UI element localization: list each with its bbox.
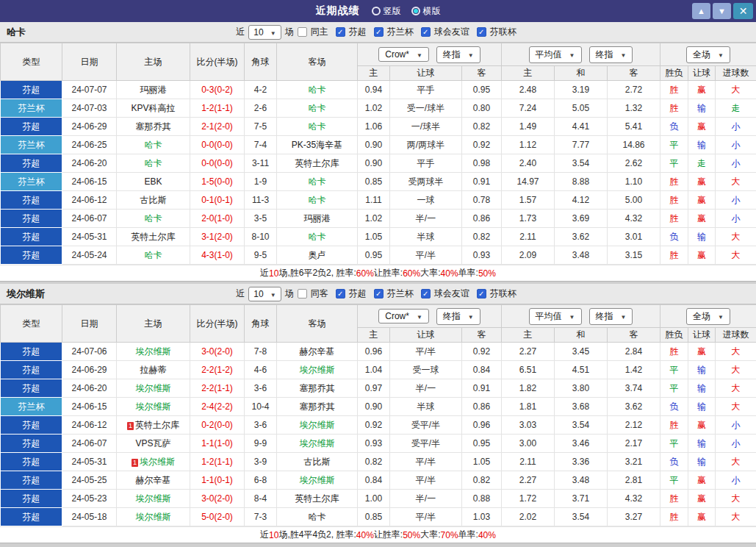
col-euro-draw: 和 (555, 66, 608, 81)
asian-home-odds: 1.06 (358, 118, 390, 136)
home-team: 埃尔维斯 (117, 398, 190, 416)
col-euro-away: 客 (608, 66, 660, 81)
match-date: 24-06-29 (62, 361, 117, 379)
league-badge: 芬超 (1, 81, 62, 99)
home-team-name: 赫尔辛基 (136, 475, 171, 485)
matches-table: 类型 日期 主场 比分(半场) 角球 客场 Crow* 终指 平均值 终指 (0, 304, 756, 526)
asian-home-odds: 0.97 (358, 379, 390, 398)
euro-home-odds: 2.27 (502, 471, 555, 490)
match-row: 芬兰杯24-06-25哈卡0-0(0-0)7-4PK-35海辛基0.90两/两球… (1, 136, 756, 154)
col-result-handicap: 让球 (688, 66, 716, 81)
away-team-name: 哈卡 (309, 103, 326, 113)
euro-away-odds: 4.32 (608, 490, 660, 508)
result-handicap: 输 (688, 453, 716, 471)
euro-draw-odds: 3.48 (555, 246, 608, 265)
result-outcome: 平 (660, 361, 688, 379)
away-team-name: 玛丽港 (304, 213, 331, 224)
euro-odds-header: 平均值 终指 (502, 43, 660, 66)
league-badge: 芬兰杯 (1, 99, 62, 118)
league-filter-checkbox-2[interactable] (421, 27, 431, 37)
match-row: 芬超24-06-07哈卡2-0(1-0)3-5玛丽港1.02半/一0.861.7… (1, 210, 756, 228)
match-score: 2-2(1-2) (190, 361, 245, 379)
league-filter-checkbox-0[interactable] (336, 289, 345, 298)
euro-draw-odds: 3.54 (555, 416, 608, 435)
scroll-up-button[interactable]: ▲ (692, 3, 710, 19)
asian-time-dropdown[interactable]: 终指 (436, 46, 480, 63)
asian-handicap: 平/半 (390, 453, 462, 471)
away-team: 哈卡 (277, 99, 358, 118)
same-side-checkbox[interactable] (298, 289, 307, 298)
layout-option-horizontal[interactable]: 横版 (411, 5, 441, 18)
match-count-select[interactable]: 10 (248, 287, 281, 301)
summary-segment: 40% (441, 268, 458, 279)
same-side-checkbox[interactable] (298, 27, 307, 37)
league-filter-checkbox-1[interactable] (374, 289, 384, 298)
euro-away-odds: 3.27 (608, 508, 660, 526)
league-badge: 芬兰杯 (1, 173, 62, 191)
col-home: 主场 (117, 305, 190, 343)
asian-source-dropdown[interactable]: Crow* (378, 309, 429, 323)
league-filter-checkbox-1[interactable] (374, 27, 384, 37)
col-asian-handicap: 让球 (390, 66, 462, 81)
euro-time-dropdown[interactable]: 终指 (589, 46, 633, 63)
radio-horizontal-icon[interactable] (411, 7, 420, 15)
result-outcome: 负 (660, 118, 688, 136)
euro-draw-odds: 4.51 (555, 361, 608, 379)
euro-home-odds: 14.97 (502, 173, 555, 191)
away-team: 埃尔维斯 (277, 361, 358, 379)
asian-home-odds: 0.84 (358, 471, 390, 490)
result-handicap: 赢 (688, 191, 716, 210)
asian-time-value: 终指 (443, 49, 461, 61)
result-goals: 大 (716, 453, 756, 471)
scope-dropdown[interactable]: 全场 (686, 46, 730, 63)
asian-handicap: 平手 (390, 154, 462, 173)
chevron-down-icon (718, 49, 724, 60)
league-badge: 芬超 (1, 508, 62, 526)
away-team: 埃尔维斯 (277, 435, 358, 453)
radio-vertical-icon[interactable] (372, 7, 381, 15)
away-team-name: 埃尔维斯 (300, 475, 335, 485)
summary-segment: 40% (356, 530, 374, 540)
home-team-name: 埃尔维斯 (140, 457, 175, 467)
match-score: 2-2(1-1) (190, 379, 245, 398)
match-row: 芬超24-06-20埃尔维斯2-2(1-1)3-6塞那乔其0.97半/一0.91… (1, 379, 756, 398)
col-asian-away: 客 (462, 66, 502, 81)
corner-score: 7-4 (245, 136, 277, 154)
home-team-name: 英特土尔库 (135, 420, 179, 430)
euro-home-odds: 2.11 (502, 453, 555, 471)
corner-score: 3-6 (245, 379, 277, 398)
scroll-down-button[interactable]: ▼ (713, 3, 731, 19)
euro-away-odds: 3.15 (608, 246, 660, 265)
close-button[interactable]: ✕ (733, 3, 753, 19)
euro-draw-odds: 4.41 (555, 118, 608, 136)
match-count-select[interactable]: 10 (248, 25, 281, 40)
league-badge: 芬超 (1, 246, 62, 265)
asian-time-dropdown[interactable]: 终指 (436, 308, 480, 325)
result-handicap: 输 (688, 398, 716, 416)
euro-source-dropdown[interactable]: 平均值 (529, 308, 582, 325)
corner-score: 9-9 (245, 435, 277, 453)
result-handicap: 输 (688, 99, 716, 118)
result-outcome: 胜 (660, 99, 688, 118)
league-filter-checkbox-3[interactable] (477, 289, 486, 298)
title-bar: 近期战绩 竖版 横版 ▲ ▼ ✕ (0, 0, 756, 22)
scope-dropdown[interactable]: 全场 (686, 308, 730, 325)
col-away: 客场 (277, 43, 358, 81)
layout-option-vertical[interactable]: 竖版 (372, 5, 401, 18)
corner-score: 7-3 (245, 508, 277, 526)
result-goals: 小 (716, 191, 756, 210)
league-badge: 芬超 (1, 154, 62, 173)
asian-source-dropdown[interactable]: Crow* (378, 47, 429, 62)
away-team-name: 塞那乔其 (300, 401, 335, 412)
away-team: 哈卡 (277, 118, 358, 136)
matches-table: 类型 日期 主场 比分(半场) 角球 客场 Crow* 终指 平均值 终指 (0, 43, 756, 265)
asian-away-odds: 0.98 (462, 154, 502, 173)
league-filter-checkbox-0[interactable] (336, 27, 345, 37)
euro-time-dropdown[interactable]: 终指 (589, 308, 633, 325)
league-filter-checkbox-2[interactable] (421, 289, 431, 298)
corner-score: 2-6 (245, 99, 277, 118)
league-filter-checkbox-3[interactable] (477, 27, 486, 37)
col-result-handicap: 让球 (688, 328, 716, 343)
asian-away-odds: 0.95 (462, 435, 502, 453)
euro-source-dropdown[interactable]: 平均值 (529, 46, 582, 63)
